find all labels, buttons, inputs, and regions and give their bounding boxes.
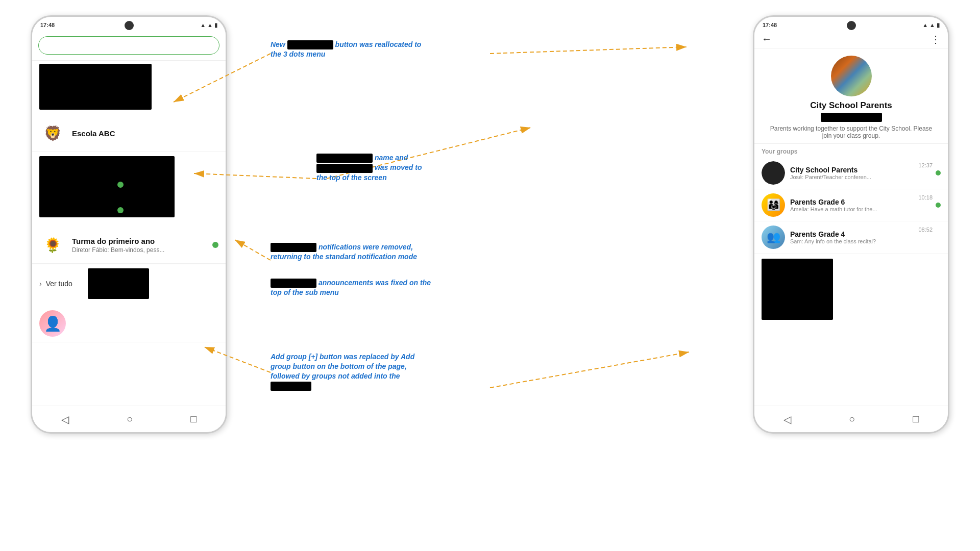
parents-grade6-dot [936, 203, 941, 208]
right-phone: 17:48 ▲ ▲ ▮ ← ⋮ City School Parents Pare… [753, 15, 949, 434]
phone-notch-right [847, 21, 856, 30]
ann4-redacted [271, 279, 316, 288]
city-school-avatar [762, 161, 785, 185]
nav-home-icon[interactable]: ○ [127, 413, 133, 425]
right-bottom-redacted-area [754, 254, 948, 325]
escola-abc-avatar: 🦁 [39, 120, 66, 146]
group-profile-avatar [831, 56, 872, 96]
search-area[interactable] [32, 30, 226, 61]
green-dot-1 [117, 182, 124, 188]
group-profile-section: City School Parents Parents working toge… [754, 48, 948, 144]
battery-icon: ▮ [214, 22, 217, 29]
redacted-ver-tudo-block [88, 268, 149, 299]
nav-back-icon[interactable]: ◁ [61, 413, 69, 425]
your-groups-label: Your groups [762, 148, 941, 155]
parents-grade4-item[interactable]: 👥 Parents Grade 4 Sam: Any info on the c… [754, 221, 948, 254]
left-content: 🦁 Escola ABC 🌻 Turma do primeiro ano Dir… [32, 30, 226, 432]
city-school-preview: José: Parent/Teacher conferen... [790, 174, 941, 180]
right-redacted-block [762, 259, 833, 320]
left-phone: 17:48 ▲ ▲ ▮ 🦁 Escola ABC [31, 15, 227, 434]
right-nav-home-icon[interactable]: ○ [849, 413, 855, 425]
partial-avatar: 👤 [39, 310, 66, 337]
annotation-1: New button was reallocated tothe 3 dots … [271, 40, 421, 59]
annotation-2: name and was moved tothe top of the scre… [316, 153, 422, 182]
parents-grade6-avatar: 👨‍👩‍👧 [762, 193, 785, 217]
left-status-time: 17:48 [40, 22, 55, 28]
right-battery-icon: ▮ [937, 22, 940, 29]
three-dots-icon[interactable]: ⋮ [930, 33, 941, 45]
group-profile-name: City School Parents [810, 101, 892, 111]
ver-tudo-chevron-icon: › [39, 280, 42, 288]
city-school-parents-item[interactable]: City School Parents José: Parent/Teacher… [754, 157, 948, 189]
large-redacted-area [39, 156, 218, 222]
bottom-nav-left: ◁ ○ □ [32, 406, 226, 432]
right-status-icons: ▲ ▲ ▮ [922, 22, 940, 29]
ver-tudo-row[interactable]: › Ver tudo [32, 264, 226, 303]
left-status-icons: ▲ ▲ ▮ [200, 22, 217, 29]
back-arrow-icon[interactable]: ← [762, 33, 772, 45]
signal-icon: ▲ [207, 22, 213, 28]
search-bar[interactable] [38, 36, 219, 55]
city-school-time: 12:37 [918, 162, 933, 168]
ann1-redacted [287, 40, 333, 49]
annotation-3: notifications were removed,returning to … [271, 242, 417, 262]
city-school-dot [936, 170, 941, 176]
escola-abc-name: Escola ABC [72, 129, 218, 138]
ver-tudo-label: Ver tudo [46, 280, 72, 288]
ann2-redacted-2 [316, 164, 373, 173]
ann2-redacted-1 [316, 154, 373, 163]
svg-line-4 [235, 240, 271, 260]
group-profile-desc: Parents working together to support the … [762, 125, 941, 139]
right-wifi-icon: ▲ [922, 22, 928, 28]
redacted-large-block [39, 156, 175, 217]
annotation-4: announcements was fixed on thetop of the… [271, 278, 431, 297]
turma-green-dot [212, 242, 218, 248]
right-header: ← ⋮ [754, 30, 948, 48]
ann2-text-name: name and [373, 154, 408, 162]
parents-grade6-time: 10:18 [918, 194, 933, 201]
turma-avatar: 🌻 [39, 232, 66, 258]
green-dot-2 [117, 207, 124, 213]
right-nav-back-icon[interactable]: ◁ [783, 413, 791, 425]
phone-notch-left [125, 21, 134, 30]
svg-line-0 [490, 47, 687, 54]
escola-abc-info: Escola ABC [72, 129, 218, 138]
turma-name: Turma do primeiro ano [72, 237, 218, 245]
redacted-top-block [39, 64, 152, 110]
ann5-redacted [271, 382, 311, 391]
right-status-time: 17:48 [763, 22, 777, 28]
ann3-redacted [271, 243, 316, 252]
partial-group-item[interactable]: 👤 [32, 305, 226, 342]
turma-preview: Diretor Fábio: Bem-vindos, pess... [72, 246, 218, 254]
escola-abc-group-item[interactable]: 🦁 Escola ABC [32, 115, 226, 152]
wifi-icon: ▲ [200, 22, 206, 28]
right-content: ← ⋮ City School Parents Parents working … [754, 30, 948, 432]
top-redacted-block [39, 64, 218, 115]
parents-grade4-preview: Sam: Any info on the class recital? [790, 238, 941, 244]
your-groups-section: Your groups [754, 144, 948, 157]
bottom-nav-right: ◁ ○ □ [754, 406, 948, 432]
turma-group-item[interactable]: 🌻 Turma do primeiro ano Diretor Fábio: B… [32, 227, 226, 264]
parents-grade4-avatar: 👥 [762, 226, 785, 249]
ann1-text-new: New [271, 40, 287, 48]
right-nav-recents-icon[interactable]: □ [913, 413, 919, 425]
nav-recents-icon[interactable]: □ [190, 413, 197, 425]
parents-grade4-time: 08:52 [918, 227, 933, 233]
svg-line-5 [490, 352, 689, 388]
right-signal-icon: ▲ [929, 22, 935, 28]
group-profile-redacted [821, 113, 882, 122]
turma-info: Turma do primeiro ano Diretor Fábio: Bem… [72, 237, 218, 254]
annotation-5: Add group [+] button was replaced by Add… [271, 352, 414, 391]
parents-grade6-preview: Amelia: Have a math tutor for the... [790, 206, 941, 212]
parents-grade6-item[interactable]: 👨‍👩‍👧 Parents Grade 6 Amelia: Have a mat… [754, 189, 948, 221]
ann5-text-1: Add group [+] button was replaced by Add… [271, 353, 414, 380]
